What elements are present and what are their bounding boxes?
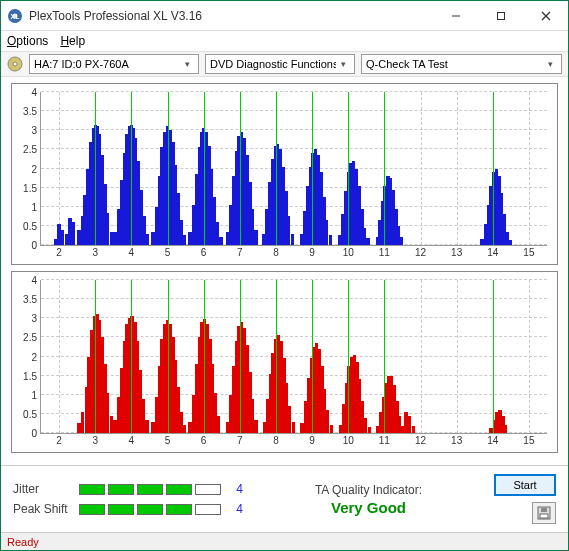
x-tick-label: 2: [56, 435, 62, 446]
x-tick-label: 10: [343, 247, 354, 258]
y-tick-label: 1.5: [23, 182, 37, 193]
menu-help[interactable]: Help: [60, 34, 85, 48]
x-tick-label: 12: [415, 435, 426, 446]
bar: [509, 240, 512, 245]
peak-marker: [384, 92, 385, 245]
y-tick-label: 3.5: [23, 106, 37, 117]
y-tick-label: 3: [31, 125, 37, 136]
bar: [146, 234, 149, 245]
x-tick-label: 5: [165, 247, 171, 258]
save-image-button[interactable]: [532, 502, 556, 524]
peakshift-label: Peak Shift: [13, 502, 71, 516]
x-tick-label: 12: [415, 247, 426, 258]
svg-rect-11: [541, 508, 547, 512]
x-tick-label: 3: [92, 247, 98, 258]
y-tick-label: 0: [31, 240, 37, 251]
start-button[interactable]: Start: [494, 474, 556, 496]
peak-marker: [131, 92, 132, 245]
bar: [329, 235, 332, 245]
statusbar: Ready: [1, 532, 568, 550]
bar: [330, 425, 333, 433]
x-tick-label: 6: [201, 247, 207, 258]
x-tick-label: 8: [273, 247, 279, 258]
x-tick-label: 10: [343, 435, 354, 446]
y-tick-label: 4: [31, 87, 37, 98]
bar: [291, 234, 294, 245]
window-title: PlexTools Professional XL V3.16: [29, 9, 433, 23]
peak-marker: [95, 280, 96, 433]
app-icon: XL: [7, 8, 23, 24]
x-tick-label: 11: [379, 247, 390, 258]
jitter-value: 4: [229, 482, 243, 496]
x-tick-label: 13: [451, 435, 462, 446]
y-tick-label: 1: [31, 201, 37, 212]
function-select-value: DVD Diagnostic Functions: [210, 58, 336, 70]
peakshift-segments: [79, 504, 221, 515]
chart-area: 00.511.522.533.5423456789101112131415 00…: [1, 77, 568, 465]
x-tick-label: 2: [56, 247, 62, 258]
bar: [412, 426, 415, 433]
y-tick-label: 3: [31, 313, 37, 324]
peak-marker: [204, 280, 205, 433]
bar: [254, 230, 257, 245]
y-tick-label: 0: [31, 428, 37, 439]
segment: [166, 484, 192, 495]
peak-marker: [95, 92, 96, 245]
bar: [368, 427, 371, 433]
peak-marker: [312, 92, 313, 245]
chart-bottom: 00.511.522.533.5423456789101112131415: [11, 271, 558, 453]
peak-marker: [168, 92, 169, 245]
menu-options[interactable]: Options: [7, 34, 48, 48]
y-tick-label: 2: [31, 163, 37, 174]
status-text: Ready: [7, 536, 39, 548]
peak-marker: [348, 92, 349, 245]
segment: [79, 504, 105, 515]
segment: [137, 504, 163, 515]
function-select[interactable]: DVD Diagnostic Functions ▾: [205, 54, 355, 74]
chart-top: 00.511.522.533.5423456789101112131415: [11, 83, 558, 265]
bar: [366, 238, 369, 245]
x-tick-label: 6: [201, 435, 207, 446]
x-tick-label: 9: [309, 247, 315, 258]
menubar: Options Help: [1, 31, 568, 51]
x-tick-label: 3: [92, 435, 98, 446]
test-select[interactable]: Q-Check TA Test ▾: [361, 54, 562, 74]
peak-marker: [348, 280, 349, 433]
drive-select[interactable]: HA:7 ID:0 PX-760A ▾: [29, 54, 199, 74]
disc-icon: [7, 56, 23, 72]
segment: [137, 484, 163, 495]
floppy-icon: [537, 506, 551, 520]
segment: [166, 504, 192, 515]
x-tick-label: 14: [487, 247, 498, 258]
bar: [183, 425, 186, 433]
x-tick-label: 9: [309, 435, 315, 446]
jitter-label: Jitter: [13, 482, 71, 496]
y-tick-label: 3.5: [23, 294, 37, 305]
maximize-button[interactable]: [478, 1, 523, 30]
peak-marker: [276, 92, 277, 245]
ta-title: TA Quality Indicator:: [243, 483, 494, 497]
svg-text:XL: XL: [11, 13, 21, 20]
segment: [195, 504, 221, 515]
svg-point-8: [13, 62, 17, 66]
y-tick-label: 1.5: [23, 370, 37, 381]
y-tick-label: 1: [31, 389, 37, 400]
chevron-down-icon: ▾: [543, 59, 557, 69]
drive-select-value: HA:7 ID:0 PX-760A: [34, 58, 180, 70]
x-tick-label: 15: [523, 435, 534, 446]
bar: [254, 420, 257, 433]
x-tick-label: 7: [237, 247, 243, 258]
y-tick-label: 2: [31, 351, 37, 362]
peak-marker: [240, 92, 241, 245]
peak-marker: [276, 280, 277, 433]
x-tick-label: 13: [451, 247, 462, 258]
x-tick-label: 14: [487, 435, 498, 446]
x-tick-label: 5: [165, 435, 171, 446]
chevron-down-icon: ▾: [336, 59, 350, 69]
bar: [292, 422, 295, 433]
peak-marker: [493, 92, 494, 245]
close-button[interactable]: [523, 1, 568, 30]
svg-rect-10: [540, 514, 548, 518]
peak-marker: [493, 280, 494, 433]
minimize-button[interactable]: [433, 1, 478, 30]
